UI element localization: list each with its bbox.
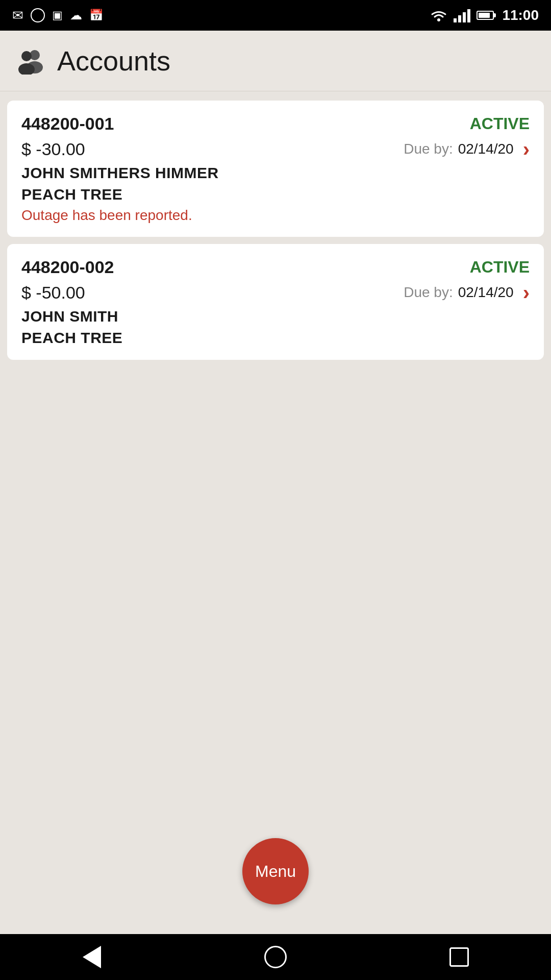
accounts-header-icon [15,47,47,75]
due-by-label-1: Due by: [404,141,453,157]
chevron-right-icon-2: › [523,282,530,303]
account-name-2: JOHN SMITH [21,308,530,325]
cloud-icon: ☁ [70,8,82,22]
chevron-right-icon-1: › [523,139,530,159]
nav-home-button[interactable] [255,937,296,977]
signal-icon [454,8,470,22]
due-by-label-2: Due by: [404,284,453,301]
menu-button-container: Menu [7,828,544,925]
menu-button[interactable]: Menu [242,838,309,904]
account-status-2: ACTIVE [470,258,530,277]
due-by-container-2: Due by: 02/14/20 › [404,282,530,303]
page-header: Accounts [0,31,551,91]
account-card-1[interactable]: 448200-001 ACTIVE $ -30.00 Due by: 02/14… [7,101,544,237]
account-location-2: PEACH TREE [21,329,530,347]
back-icon [83,946,101,968]
calendar-icon: 📅 [89,9,103,22]
sim-icon: ▣ [52,9,63,22]
page-title: Accounts [57,45,170,77]
nav-recents-button[interactable] [439,937,480,977]
due-by-date-2: 02/14/20 [458,284,514,301]
status-icons-right: 11:00 [430,7,539,23]
gmail-icon: ✉ [12,8,23,23]
account-name-1: JOHN SMITHERS HIMMER [21,164,530,182]
account-card-2[interactable]: 448200-002 ACTIVE $ -50.00 Due by: 02/14… [7,244,544,360]
account-number-1: 448200-001 [21,114,114,134]
card-top-row-1: 448200-001 ACTIVE [21,114,530,134]
record-icon [31,8,45,22]
account-number-2: 448200-002 [21,257,114,277]
outage-message-1: Outage has been reported. [21,207,530,224]
due-by-container-1: Due by: 02/14/20 › [404,139,530,159]
recents-icon [449,947,469,967]
svg-point-3 [21,51,32,61]
home-icon [264,946,287,968]
content-spacer [7,367,544,821]
account-balance-1: $ -30.00 [21,139,85,159]
account-status-1: ACTIVE [470,114,530,133]
svg-point-0 [437,18,440,21]
status-time: 11:00 [502,7,539,23]
status-bar: ✉ ▣ ☁ 📅 11:00 [0,0,551,31]
card-top-row-2: 448200-002 ACTIVE [21,257,530,277]
accounts-list: 448200-001 ACTIVE $ -30.00 Due by: 02/14… [0,91,551,934]
card-mid-row-1: $ -30.00 Due by: 02/14/20 › [21,139,530,159]
menu-button-label: Menu [255,862,296,881]
account-location-1: PEACH TREE [21,186,530,203]
nav-back-button[interactable] [71,937,112,977]
account-balance-2: $ -50.00 [21,283,85,303]
due-by-date-1: 02/14/20 [458,141,514,157]
wifi-icon [430,8,447,22]
status-icons-left: ✉ ▣ ☁ 📅 [12,8,103,23]
card-mid-row-2: $ -50.00 Due by: 02/14/20 › [21,282,530,303]
battery-icon [477,11,494,20]
bottom-nav-bar [0,934,551,980]
